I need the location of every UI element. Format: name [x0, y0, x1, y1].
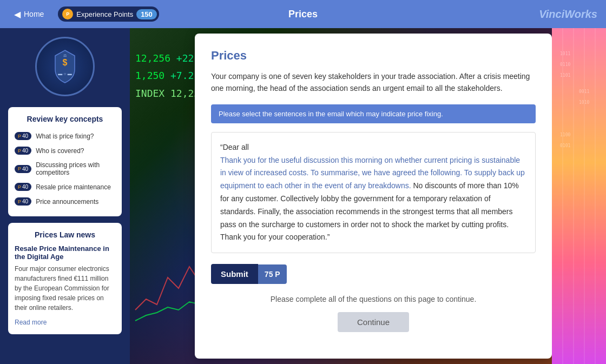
logo-text: VinciWorks [539, 8, 597, 20]
svg-text:1100: 1100 [560, 133, 570, 137]
right-glow-panel: 1011 0110 1101 0011 1010 1100 0101 [552, 28, 606, 364]
concept-badge-4: P 40 [15, 183, 31, 191]
concept-label-3: Discussing prices with competitors [36, 161, 115, 176]
concept-list: P 40 What is price fixing? P 40 Who is c… [15, 129, 115, 209]
svg-text:⚖: ⚖ [63, 54, 67, 57]
concept-label-4: Resale price maintenance [36, 183, 111, 191]
submit-button[interactable]: Submit [211, 264, 258, 284]
svg-text:0011: 0011 [579, 89, 589, 94]
concept-label-1: What is price fixing? [36, 133, 94, 140]
review-concepts-title: Review key concepts [15, 115, 115, 123]
shield-logo: $ ▬ ○ ▬ ⚖ [35, 37, 95, 96]
svg-text:$: $ [63, 58, 68, 67]
email-closing: Thank you for your cooperation.” [220, 233, 330, 241]
concept-badge-1: P 40 [15, 132, 31, 140]
submit-points: 75 P [258, 264, 287, 284]
complete-message: Please complete all of the questions on … [211, 295, 536, 303]
concept-badge-3: P 40 [15, 165, 31, 173]
xp-icon: P [62, 9, 73, 19]
shield-icon: $ ▬ ○ ▬ ⚖ [43, 45, 87, 88]
vinciworks-logo: VinciWorks [539, 8, 597, 21]
panel-intro: Your company is one of seven key stakeho… [211, 70, 536, 95]
news-card-title: Prices Law news [15, 230, 115, 239]
svg-text:1011: 1011 [560, 51, 570, 56]
header-title: Prices [288, 9, 318, 20]
svg-text:0110: 0110 [560, 62, 570, 67]
panel-title: Prices [211, 49, 536, 63]
sidebar: $ ▬ ○ ▬ ⚖ Review key concepts P 40 What … [0, 28, 130, 364]
content-panel: Prices Your company is one of seven key … [195, 34, 552, 359]
concept-badge-5: P 40 [15, 197, 31, 206]
submit-area: Submit 75 P [211, 264, 536, 284]
news-card: Prices Law news Resale Price Maintenance… [8, 223, 122, 334]
email-box: “Dear all Thank you for the useful discu… [211, 132, 536, 253]
background-area: 12,256 +22 1,250 +7.2 INDEX 12,25 Prices… [130, 28, 552, 364]
svg-text:1101: 1101 [560, 73, 570, 78]
xp-label: Experience Points [76, 10, 133, 18]
concept-item-2[interactable]: P 40 Who is covered? [15, 143, 115, 158]
concept-label-2: Who is covered? [36, 147, 84, 155]
svg-text:0101: 0101 [560, 143, 570, 148]
email-opening: “Dear all [220, 143, 249, 151]
review-concepts-card: Review key concepts P 40 What is price f… [8, 107, 122, 216]
instruction-bar: Please select the sentences in the email… [211, 104, 536, 123]
home-button[interactable]: ◀ Home [9, 6, 49, 23]
main-content: $ ▬ ○ ▬ ⚖ Review key concepts P 40 What … [0, 28, 606, 364]
xp-count: 150 [136, 9, 157, 19]
svg-text:▬ ○ ▬: ▬ ○ ▬ [58, 71, 71, 76]
svg-text:1010: 1010 [579, 100, 589, 105]
stock-numbers: 12,256 +22 1,250 +7.2 INDEX 12,25 [135, 50, 200, 102]
news-article-title: Resale Price Maintenance in the Digital … [15, 244, 115, 261]
concept-item-3[interactable]: P 40 Discussing prices with competitors [15, 158, 115, 180]
xp-badge: P Experience Points 150 [58, 6, 159, 22]
back-arrow-icon: ◀ [14, 9, 21, 19]
concept-item-5[interactable]: P 40 Price announcements [15, 194, 115, 209]
glow-decoration: 1011 0110 1101 0011 1010 1100 0101 [552, 28, 606, 364]
concept-badge-2: P 40 [15, 147, 31, 155]
concept-label-5: Price announcements [36, 198, 98, 206]
read-more-link[interactable]: Read more [15, 319, 47, 326]
continue-button[interactable]: Continue [338, 312, 409, 332]
header: ◀ Home P Experience Points 150 Prices Vi… [0, 0, 606, 28]
concept-item-4[interactable]: P 40 Resale price maintenance [15, 180, 115, 194]
concept-item-1[interactable]: P 40 What is price fixing? [15, 129, 115, 143]
news-article-body: Four major consumer electronics manufact… [15, 264, 115, 313]
home-label: Home [24, 10, 44, 18]
